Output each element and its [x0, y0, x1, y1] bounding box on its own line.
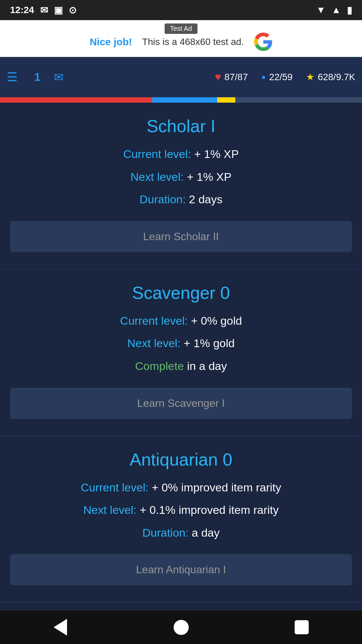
ad-logo-icon — [254, 33, 273, 51]
scavenger-completion: Complete in a day — [10, 358, 352, 374]
signal-icon: ▲ — [331, 5, 341, 15]
wifi-icon: ▼ — [316, 5, 326, 15]
back-icon — [54, 619, 67, 636]
battery-icon: ▮ — [347, 5, 352, 16]
main-content: Scholar I Current level: + 1% XP Next le… — [0, 103, 362, 610]
health-stat: ♥ 87/87 — [215, 71, 248, 83]
gold-stat: ★ 628/9.7K — [306, 71, 355, 83]
heart-icon: ♥ — [215, 71, 221, 83]
bottom-nav — [0, 610, 362, 644]
recent-button[interactable] — [292, 617, 312, 637]
scholar-card: Scholar I Current level: + 1% XP Next le… — [0, 103, 362, 269]
gold-bar — [217, 97, 235, 103]
ad-banner: Test Ad Nice job! This is a 468x60 test … — [0, 20, 362, 57]
scholar-current-label: Current level: — [123, 148, 191, 160]
nav-stats: ♥ 87/87 ● 22/59 ★ 628/9.7K — [215, 71, 355, 83]
scavenger-complete-text: in a day — [187, 360, 227, 372]
progress-bars — [0, 97, 362, 103]
scholar-duration: Duration: 2 days — [10, 192, 352, 208]
scholar-current-value: + 1% XP — [194, 148, 239, 160]
antiquarian-title: Antiquarian 0 — [10, 449, 352, 470]
scholar-next-level: Next level: + 1% XP — [10, 169, 352, 185]
scavenger-next-value: + 1% gold — [184, 337, 235, 350]
learn-scavenger-button[interactable]: Learn Scavenger I — [10, 388, 352, 419]
record-icon: ⊙ — [69, 5, 76, 16]
scholar-duration-value: 2 days — [189, 193, 223, 206]
scavenger-current-value: + 0% gold — [191, 314, 242, 327]
ad-nicejob: Nice job! — [89, 36, 132, 48]
ad-content: Nice job! This is a 468x60 test ad. — [89, 33, 272, 51]
ad-text: This is a 468x60 test ad. — [142, 37, 244, 47]
mana-stat: ● 22/59 — [261, 72, 293, 83]
antiquarian-card: Antiquarian 0 Current level: + 0% improv… — [0, 436, 362, 603]
antiquarian-next-level: Next level: + 0.1% improved item rarity — [10, 502, 352, 518]
remaining-bar — [235, 97, 362, 103]
antiquarian-current-level: Current level: + 0% improved item rarity — [10, 480, 352, 496]
antiquarian-current-label: Current level: — [81, 481, 148, 494]
mana-icon: ● — [261, 73, 266, 82]
antiquarian-duration-value: a day — [192, 526, 220, 539]
scholar-current-level: Current level: + 1% XP — [10, 146, 352, 162]
status-bar-right: ▼ ▲ ▮ — [316, 5, 352, 16]
mail-icon[interactable]: ✉ — [54, 70, 63, 84]
notification-badge[interactable]: 1 — [34, 70, 41, 84]
gmail-icon: ✉ — [40, 5, 48, 16]
sim-icon: ▣ — [54, 5, 63, 16]
mana-bar — [152, 97, 217, 103]
antiquarian-duration-label: Duration: — [142, 526, 189, 539]
scavenger-current-level: Current level: + 0% gold — [10, 313, 352, 329]
antiquarian-duration: Duration: a day — [10, 525, 352, 541]
scavenger-next-label: Next level: — [127, 337, 181, 350]
antiquarian-next-label: Next level: — [83, 503, 137, 516]
ad-tag: Test Ad — [165, 23, 197, 34]
scavenger-card: Scavenger 0 Current level: + 0% gold Nex… — [0, 269, 362, 436]
status-bar: 12:24 ✉ ▣ ⊙ ▼ ▲ ▮ — [0, 0, 362, 20]
scavenger-current-label: Current level: — [120, 314, 188, 327]
scholar-next-label: Next level: — [130, 170, 184, 183]
mana-value: 22/59 — [269, 72, 293, 83]
antiquarian-next-value: + 0.1% improved item rarity — [140, 503, 279, 516]
scavenger-complete-label: Complete — [135, 360, 184, 372]
scholar-next-value: + 1% XP — [187, 170, 231, 183]
recent-icon — [295, 620, 309, 634]
antiquarian-current-value: + 0% improved item rarity — [152, 481, 281, 494]
learn-antiquarian-button[interactable]: Learn Antiquarian I — [10, 554, 352, 585]
learn-scholar-button[interactable]: Learn Scholar II — [10, 221, 352, 252]
star-icon: ★ — [306, 71, 314, 83]
home-button[interactable] — [171, 617, 191, 637]
home-icon — [174, 620, 189, 635]
scholar-title: Scholar I — [10, 116, 352, 136]
scholar-duration-label: Duration: — [139, 193, 186, 206]
back-button[interactable] — [50, 617, 70, 637]
gold-value: 628/9.7K — [318, 72, 355, 83]
status-bar-left: 12:24 ✉ ▣ ⊙ — [10, 5, 76, 16]
time-display: 12:24 — [10, 5, 34, 15]
scavenger-title: Scavenger 0 — [10, 283, 352, 303]
health-bar — [0, 97, 152, 103]
scavenger-next-level: Next level: + 1% gold — [10, 335, 352, 352]
nav-bar: ☰ 1 ✉ ♥ 87/87 ● 22/59 ★ 628/9.7K — [0, 57, 362, 97]
health-value: 87/87 — [224, 72, 248, 83]
menu-icon[interactable]: ☰ — [7, 70, 17, 84]
